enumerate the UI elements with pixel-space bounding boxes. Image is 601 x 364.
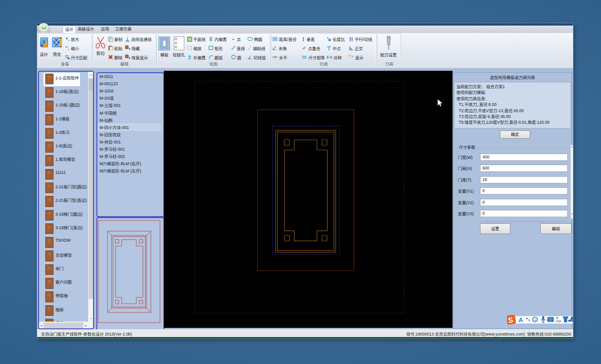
svg-text:?: ? [348, 54, 351, 60]
svg-text:1%: 1% [558, 320, 561, 323]
svg-text:A: A [519, 317, 523, 324]
